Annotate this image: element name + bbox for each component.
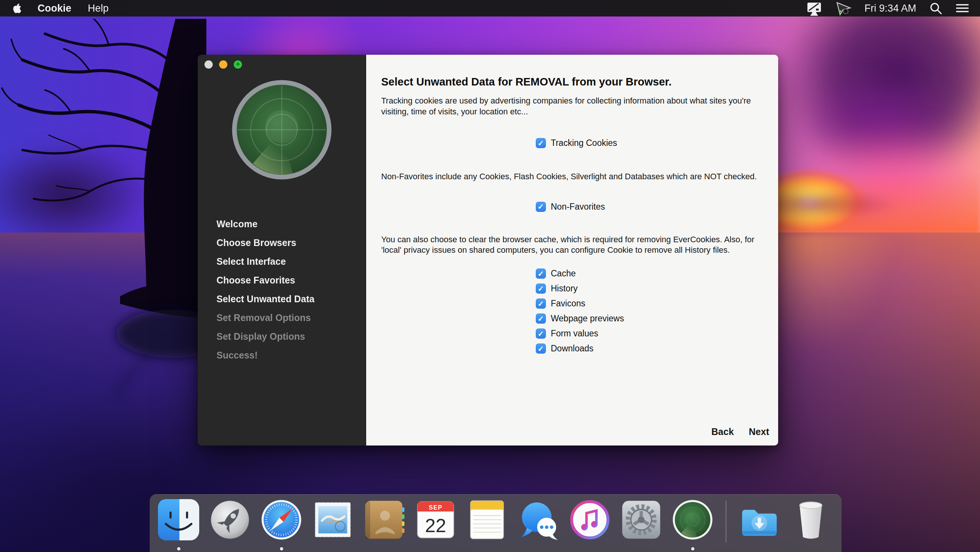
dock-icon-mail[interactable] xyxy=(312,499,353,540)
zoom-button[interactable]: + xyxy=(234,60,242,69)
tracking-cookies-label: Tracking Cookies xyxy=(551,138,617,148)
downloads-checkbox[interactable] xyxy=(536,344,546,354)
window-content: Select Unwanted Data for REMOVAL from yo… xyxy=(366,55,778,446)
downloads-row: Downloads xyxy=(536,341,778,356)
step-select-interface[interactable]: Select Interface xyxy=(216,252,314,271)
webpage-previews-label: Webpage previews xyxy=(551,314,624,324)
dock-icon-trash[interactable] xyxy=(790,499,831,540)
downloads-label: Downloads xyxy=(551,344,593,354)
dock-icon-cookie[interactable] xyxy=(672,499,713,540)
apple-logo-icon xyxy=(11,3,21,14)
webpage-previews-checkbox[interactable] xyxy=(536,314,546,324)
dock-icon-downloads-folder[interactable] xyxy=(739,499,780,540)
cache-label: Cache xyxy=(551,268,576,279)
dock-icon-calendar[interactable]: SEP 22 xyxy=(415,499,456,540)
cursor-icon[interactable] xyxy=(835,0,852,16)
dock-icon-itunes[interactable] xyxy=(569,499,611,540)
tracking-cookies-checkbox[interactable] xyxy=(536,138,546,148)
menu-help[interactable]: Help xyxy=(88,3,109,14)
cache-info-text: You can also choose to clear the browser… xyxy=(381,235,772,256)
nonfavorites-label: Non-Favorites xyxy=(551,202,605,212)
tree-silhouette xyxy=(0,19,206,431)
menu-cookie[interactable]: Cookie xyxy=(38,3,71,14)
cache-row: Cache xyxy=(536,266,778,281)
dock-icon-contacts[interactable] xyxy=(364,499,405,540)
running-indicator xyxy=(280,547,283,550)
step-set-removal-options: Set Removal Options xyxy=(216,308,314,327)
history-label: History xyxy=(551,284,578,293)
window-sidebar: + xyxy=(198,55,366,446)
running-indicator xyxy=(691,547,694,550)
wizard-steps: Welcome Choose Browsers Select Interface… xyxy=(216,214,314,365)
cookie-radar-logo xyxy=(230,78,334,183)
favicons-label: Favicons xyxy=(551,298,585,309)
tracking-cookies-row: Tracking Cookies xyxy=(536,138,778,148)
step-choose-favorites[interactable]: Choose Favorites xyxy=(216,271,314,290)
step-set-display-options: Set Display Options xyxy=(216,327,314,346)
dock-icon-finder[interactable] xyxy=(158,499,199,540)
dock: SEP 22 xyxy=(150,494,842,552)
menu-bar-clock[interactable]: Fri 9:34 AM xyxy=(864,3,916,14)
display-icon[interactable] xyxy=(806,0,822,16)
dock-icon-messages[interactable] xyxy=(518,499,559,540)
history-row: History xyxy=(536,281,778,296)
wizard-footer: Back Next xyxy=(711,427,769,437)
history-checkbox[interactable] xyxy=(536,284,546,293)
favicons-row: Favicons xyxy=(536,296,778,311)
nonfavorites-row: Non-Favorites xyxy=(536,202,778,212)
running-indicator xyxy=(177,547,180,550)
cache-checkbox[interactable] xyxy=(536,268,546,279)
step-choose-browsers[interactable]: Choose Browsers xyxy=(216,233,314,252)
dock-divider xyxy=(725,501,726,542)
search-icon[interactable] xyxy=(929,2,942,15)
notification-center-icon[interactable] xyxy=(955,2,969,14)
dock-icon-safari[interactable] xyxy=(261,499,302,540)
form-values-label: Form values xyxy=(551,328,598,339)
cookie-window: + xyxy=(198,55,778,446)
step-welcome[interactable]: Welcome xyxy=(216,214,314,233)
step-select-unwanted-data[interactable]: Select Unwanted Data xyxy=(216,290,314,308)
svg-text:SEP: SEP xyxy=(429,504,442,511)
dock-icon-notes[interactable] xyxy=(466,499,508,540)
form-values-row: Form values xyxy=(536,326,778,341)
svg-text:22: 22 xyxy=(425,515,446,536)
close-button[interactable] xyxy=(204,60,213,69)
page-title: Select Unwanted Data for REMOVAL from yo… xyxy=(381,76,756,88)
favicons-checkbox[interactable] xyxy=(536,298,546,309)
nonfavorites-info-text: Non-Favorites include any Cookies, Flash… xyxy=(381,171,772,182)
dock-icon-launchpad[interactable] xyxy=(209,499,251,540)
dock-icon-system-preferences[interactable] xyxy=(620,499,662,540)
minimize-button[interactable] xyxy=(219,60,228,69)
nonfavorites-checkbox[interactable] xyxy=(536,202,546,212)
webpage-previews-row: Webpage previews xyxy=(536,311,778,326)
menu-bar: Cookie Help Fri 9:34 AM xyxy=(0,0,980,16)
traffic-lights: + xyxy=(204,60,242,69)
desktop: Cookie Help Fri 9:34 AM xyxy=(0,0,980,552)
intro-text: Tracking cookies are used by advertising… xyxy=(381,96,772,117)
form-values-checkbox[interactable] xyxy=(536,328,546,339)
back-button[interactable]: Back xyxy=(711,427,734,437)
step-success: Success! xyxy=(216,346,314,365)
data-options-list: Cache History Favicons Webpage previews … xyxy=(366,266,778,356)
apple-menu[interactable] xyxy=(11,3,21,14)
next-button[interactable]: Next xyxy=(749,427,769,437)
